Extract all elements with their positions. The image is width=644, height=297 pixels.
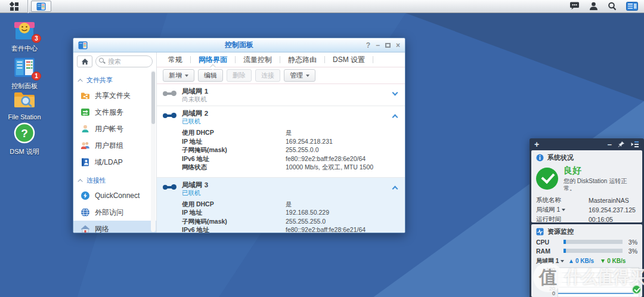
detail-value: 192.168.50.229 [286,208,329,217]
y-tick: 20 [531,286,555,291]
minimize-widget-button[interactable]: − [607,141,612,148]
chevron-up-icon[interactable] [392,115,398,120]
home-icon [81,58,89,65]
chevron-down-icon[interactable] [392,90,398,96]
tab-static-route[interactable]: 静态路由 [280,52,324,67]
minimize-button[interactable]: − [376,42,380,49]
detail-label: 子网掩码(mask) [182,146,286,154]
edit-button[interactable]: 编辑 [198,69,223,82]
sidebar-item-network[interactable]: 网络 [73,221,156,233]
detail-label: 使用 DHCP [182,128,286,137]
maximize-button[interactable] [385,43,391,48]
main-menu-button[interactable] [0,0,27,13]
create-button[interactable]: 新增 [163,69,194,82]
detail-value: 是 [286,128,292,137]
sidebar-item-user-accounts[interactable]: 用户帐号 [73,120,156,137]
interface-details: 使用 DHCP是 IP 地址169.254.218.231 子网掩码(mask)… [157,128,405,177]
detail-value: 255.255.255.0 [286,217,326,226]
interface-block-lan2[interactable]: 局域网 2 已联机 使用 DHCP是 IP 地址169.254.218.231 … [157,106,405,178]
window-body: 文件共享 共享文件夹 文件服务 [73,52,405,233]
tab-network-interface[interactable]: 网络界面 [191,52,235,67]
system-info-rows: 系统名称 MasterainNAS 局域网 1 169.254.237.125 … [531,193,642,222]
lan-selector[interactable]: 局域网 1 [536,206,589,214]
desktop-icon-dsm-help[interactable]: ? DSM 说明 [1,121,48,156]
globe-icon [80,208,90,217]
sidebar-item-domain-ldap[interactable]: 域/LDAP [73,154,156,171]
info-value: 00:16:05 [589,216,613,222]
lan-throughput-row: 局域网 1 0 KB/s 0 KB/s [531,255,642,265]
widget-header: + − [530,138,644,150]
sidebar-scrollbar[interactable] [151,70,156,232]
lan-selector[interactable]: 局域网 1 [536,257,567,265]
sidebar-item-label: 域/LDAP [95,157,123,168]
download-arrow-icon [601,259,605,263]
desktop-icon-control-panel[interactable]: 1 控制面板 [1,55,48,91]
tab-traffic-control[interactable]: 流量控制 [236,52,280,67]
sidebar-item-shared-folders[interactable]: 共享文件夹 [73,87,156,104]
dock-panel-icon[interactable] [631,141,639,148]
chart-y-axis: 100 80 60 40 20 0 [531,267,558,297]
sidebar-item-external-access[interactable]: 外部访问 [73,204,156,221]
chevron-up-icon[interactable] [392,185,398,191]
section-label: 连接性 [86,176,106,185]
help-button[interactable]: ? [366,42,370,49]
detail-label: 子网掩码(mask) [182,217,286,226]
scrollbar-thumb[interactable] [151,72,155,124]
chevron-up-icon [78,79,82,83]
interface-status: 已联机 [182,117,208,125]
notifications-icon[interactable] [569,2,580,11]
manage-button[interactable]: 管理 [284,69,315,82]
interface-block-lan3[interactable]: 局域网 3 已联机 使用 DHCP是 IP 地址192.168.50.229 子… [157,178,405,234]
detail-label: IP 地址 [182,137,286,146]
sidebar-item-file-services[interactable]: 文件服务 [73,104,156,120]
close-button[interactable]: × [396,42,400,49]
interface-details: 使用 DHCP是 IP 地址192.168.50.229 子网掩码(mask)2… [157,199,405,234]
tab-dsm-settings[interactable]: DSM 设置 [325,52,373,67]
home-button[interactable] [77,55,92,67]
button-label: 管理 [290,71,303,80]
tab-general[interactable]: 常规 [160,52,190,67]
security-shield-icon [631,284,642,295]
window-titlebar[interactable]: 控制面板 ? − × [73,38,405,52]
window-controls: ? − × [366,42,400,49]
search-icon[interactable] [608,2,617,11]
chevron-up-icon [78,179,82,184]
detail-label: IPv6 地址 [182,225,286,233]
interface-row-lan1[interactable]: 局域网 1 尚未联机 [157,84,405,106]
file-station-icon [13,87,36,111]
delete-button[interactable]: 删除 [227,69,252,82]
user-icon[interactable] [589,2,598,11]
desktop: 3 套件中心 1 控制面板 [0,0,644,297]
sidebar-section-connectivity[interactable]: 连接性 [73,171,156,187]
sidebar-item-label: 网络 [95,224,109,234]
detail-value: 255.255.0.0 [286,146,318,154]
resource-monitor-widget: 资源监控 CPU 3% RAM 3% 局域网 1 0 KB/s [531,224,642,297]
network-interface-list: 局域网 1 尚未联机 局域网 2 已联机 [157,84,405,233]
ram-percent: 3% [627,248,637,255]
interface-name: 局域网 3 [182,181,208,189]
lan-link-icon [163,184,177,190]
network-house-icon [80,224,90,233]
widgets-icon[interactable] [626,2,638,11]
pin-icon[interactable] [618,141,625,148]
domain-ldap-icon [80,157,90,167]
connect-button[interactable]: 连接 [255,69,280,82]
desktop-icon-file-station[interactable]: File Station [1,87,48,120]
taskbar-app-control-panel[interactable] [31,1,51,12]
taskbar-right [569,2,644,11]
detail-value: 169.254.218.231 [286,137,333,146]
info-value: 169.254.237.125 [589,206,636,214]
interface-status: 已联机 [182,189,208,197]
detail-label: 使用 DHCP [182,200,286,209]
section-label: 文件共享 [86,76,113,85]
search-field-wrap [95,55,153,67]
desktop-icon-package-center[interactable]: 3 套件中心 [1,18,48,53]
detail-label: IP 地址 [182,208,286,217]
add-widget-button[interactable]: + [534,140,539,148]
button-label: 新增 [169,71,182,80]
sidebar-item-quickconnect[interactable]: QuickConnect [73,187,156,204]
tab-bar: 常规 网络界面 流量控制 静态路由 DSM 设置 [157,52,405,67]
system-health-widget: 系统状况 良好 您的 DiskStation 运转正常。 系统名称 Master… [531,150,642,222]
sidebar-section-file-sharing[interactable]: 文件共享 [73,70,156,87]
sidebar-item-user-groups[interactable]: 用户群组 [73,137,156,154]
